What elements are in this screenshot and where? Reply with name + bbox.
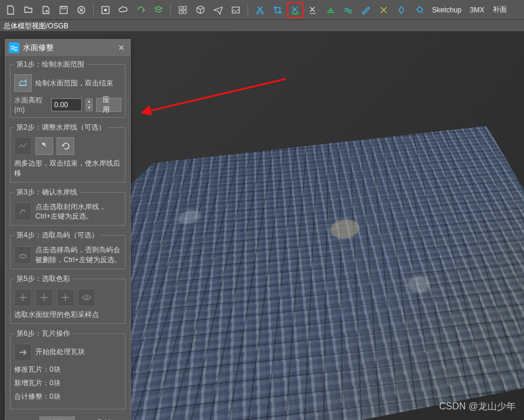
step3-legend: 第3步：确认水岸线 xyxy=(14,187,80,197)
color-eye-button xyxy=(78,289,95,306)
svg-rect-8 xyxy=(183,11,186,14)
draw-area-button[interactable] xyxy=(14,74,32,92)
tool-b-button[interactable] xyxy=(322,2,339,18)
polyline-button xyxy=(14,137,32,155)
color-pick-2-button xyxy=(35,289,53,306)
toolbar-separator xyxy=(248,4,248,16)
export-button[interactable] xyxy=(38,2,54,18)
close-icon[interactable]: ✕ xyxy=(116,42,127,53)
open-button[interactable] xyxy=(20,2,37,18)
step4-hint: 点击选择岛屿，否则岛屿会被删除，Ctrl+左键为反选。 xyxy=(35,245,121,265)
tool-e-button[interactable] xyxy=(375,2,392,18)
cut-button[interactable] xyxy=(252,2,268,18)
toolbar-separator xyxy=(170,4,171,16)
elevation-input[interactable] xyxy=(51,98,82,111)
toolbar-separator xyxy=(93,4,94,16)
crop-button[interactable] xyxy=(269,2,286,18)
tool-a-button[interactable] xyxy=(305,2,321,18)
callout-arrow xyxy=(141,76,289,123)
ok-button[interactable]: 确认 xyxy=(39,416,75,420)
step4-group: 第4步：选取岛屿（可选） 点击选择岛屿，否则岛屿会被删除，Ctrl+左键为反选。 xyxy=(10,230,126,269)
tile-stats: 修改瓦片：0块 新增瓦片：0块 合计修整：0块 xyxy=(14,365,121,402)
step1-legend: 第1步：绘制水面范围 xyxy=(14,59,87,70)
stat-add: 新增瓦片：0块 xyxy=(14,378,121,388)
step5-hint: 选取水面纹理的色彩采样点 xyxy=(14,310,121,320)
water-surface-panel: 水面修整 ✕ 第1步：绘制水面范围 绘制水面范围，双击结束 水面高程(m) ▲▼… xyxy=(5,39,131,420)
svg-rect-7 xyxy=(179,11,182,14)
sketchup-button[interactable]: Sketchup xyxy=(429,6,465,14)
image-button[interactable] xyxy=(228,2,244,18)
draw-hint-text: 绘制水面范围，双击结束 xyxy=(35,78,121,88)
select-button[interactable] xyxy=(97,2,114,18)
step2-hint: 画多边形，双击结束，使水岸线后移 xyxy=(14,158,121,178)
plane-button[interactable] xyxy=(210,2,226,18)
water-surface-tool-button[interactable] xyxy=(287,2,304,18)
svg-line-12 xyxy=(147,79,286,111)
layers-button[interactable] xyxy=(150,2,167,18)
step6-group: 第6步：瓦片操作 开始批处理瓦块 修改瓦片：0块 新增瓦片：0块 合计修整：0块 xyxy=(10,329,126,409)
buface-button[interactable]: 补面 xyxy=(489,5,510,15)
svg-rect-5 xyxy=(179,6,182,9)
svg-rect-0 xyxy=(60,6,67,14)
svg-point-13 xyxy=(19,254,27,258)
start-batch-button xyxy=(14,343,32,361)
breadcrumb: 总体模型视图/OSGB xyxy=(0,20,524,32)
undo-button[interactable] xyxy=(35,137,53,155)
svg-rect-6 xyxy=(183,6,186,9)
confirm-shoreline-button xyxy=(14,203,32,220)
step2-legend: 第2步：调整水岸线（可选） xyxy=(14,123,108,133)
threemx-button[interactable]: 3MX xyxy=(466,6,488,14)
step5-legend: 第5步：选取色彩 xyxy=(14,274,72,284)
step3-hint: 点击选取封闭水岸线， Ctrl+左键为反选。 xyxy=(35,202,121,222)
redo-button[interactable] xyxy=(57,137,74,155)
cancel-button[interactable] xyxy=(73,2,90,18)
step5-group: 第5步：选取色彩 选取水面纹理的色彩采样点 xyxy=(10,274,126,324)
breadcrumb-path: 总体模型视图/OSGB xyxy=(4,22,68,30)
stat-total: 合计修整：0块 xyxy=(14,392,121,402)
elevation-label: 水面高程(m) xyxy=(14,95,48,114)
fill-button[interactable] xyxy=(411,2,427,18)
step4-legend: 第4步：选取岛屿（可选） xyxy=(14,230,101,240)
new-file-button[interactable] xyxy=(2,2,19,18)
select-island-button xyxy=(14,246,32,264)
step3-group: 第3步：确认水岸线 点击选取封闭水岸线， Ctrl+左键为反选。 xyxy=(10,187,126,226)
apply-button[interactable]: 应用 xyxy=(96,98,121,112)
cube-button[interactable] xyxy=(192,2,209,18)
refresh-button[interactable] xyxy=(133,2,149,18)
color-pick-3-button xyxy=(57,289,74,306)
step1-group: 第1步：绘制水面范围 绘制水面范围，双击结束 水面高程(m) ▲▼ 应用 xyxy=(10,59,126,118)
main-toolbar: Sketchup 3MX 补面 xyxy=(0,0,524,20)
tool-f-button[interactable] xyxy=(393,2,410,18)
svg-rect-4 xyxy=(104,9,107,11)
step6-start-text: 开始批处理瓦块 xyxy=(35,347,121,357)
step6-legend: 第6步：瓦片操作 xyxy=(14,329,72,339)
panel-title-text: 水面修整 xyxy=(23,42,54,53)
panel-title-icon xyxy=(9,42,19,53)
svg-point-14 xyxy=(85,296,88,299)
elevation-spinner[interactable]: ▲▼ xyxy=(85,98,93,111)
tool-d-button[interactable] xyxy=(358,2,374,18)
tool-c-button[interactable] xyxy=(340,2,357,18)
stat-modify: 修改瓦片：0块 xyxy=(14,365,121,375)
cloud-button[interactable] xyxy=(115,2,131,18)
save-button[interactable] xyxy=(55,2,72,18)
step2-group: 第2步：调整水岸线（可选） 画多边形，双击结束，使水岸线后移 xyxy=(10,123,126,183)
panel-titlebar: 水面修整 ✕ xyxy=(5,39,130,56)
color-pick-1-button xyxy=(14,289,32,306)
grid-button[interactable] xyxy=(174,2,191,18)
cancel-panel-button[interactable]: 取消 xyxy=(87,416,122,420)
